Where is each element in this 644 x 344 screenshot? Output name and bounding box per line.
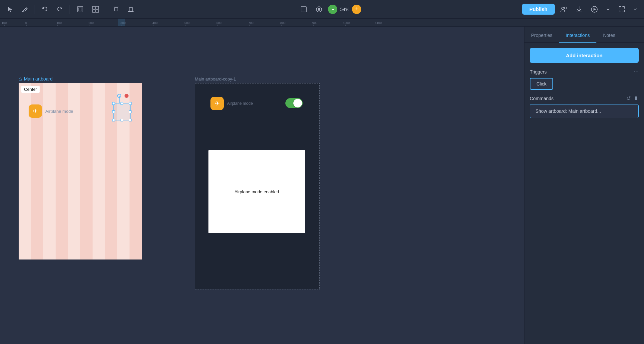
- play-btn[interactable]: [588, 4, 601, 15]
- preview-toggle-btn[interactable]: [297, 4, 310, 15]
- commands-label: Commands: [530, 96, 554, 101]
- fullscreen-dropdown-btn[interactable]: [631, 5, 640, 13]
- handle-tm: [121, 102, 123, 105]
- svg-text:1000: 1000: [343, 21, 350, 25]
- panel-content: Add interaction Triggers ··· Click Comma…: [524, 43, 644, 123]
- right-panel: Properties Interactions Notes Add intera…: [524, 27, 644, 344]
- handle-top-right: [125, 94, 129, 98]
- triggers-label: Triggers: [530, 69, 547, 75]
- svg-text:1100: 1100: [375, 21, 382, 25]
- select-tool-btn[interactable]: [4, 4, 16, 15]
- airplane-mode-text-right: Airplane mode: [227, 101, 253, 106]
- svg-text:600: 600: [216, 21, 221, 25]
- triggers-menu-btn[interactable]: ···: [634, 68, 639, 75]
- handle-tr: [129, 102, 132, 105]
- airplane-row-right: ✈ Airplane mode: [210, 97, 253, 110]
- commands-undo-btn[interactable]: ↺: [626, 95, 631, 101]
- svg-rect-8: [115, 8, 118, 11]
- handle-mr: [129, 110, 132, 113]
- svg-rect-3: [93, 6, 95, 9]
- commands-actions: ↺ ⏸: [626, 95, 639, 101]
- handle-ml: [112, 110, 115, 113]
- canvas[interactable]: ⌂ Main artboard Main artboard-copy-1: [0, 27, 524, 344]
- svg-text:800: 800: [280, 21, 285, 25]
- record-btn[interactable]: [313, 4, 325, 15]
- svg-rect-2: [79, 8, 82, 11]
- toolbar-sep-3: [106, 5, 106, 14]
- align-bottom-btn[interactable]: [125, 4, 137, 15]
- home-icon: ⌂: [19, 76, 22, 82]
- triggers-header: Triggers ···: [530, 68, 639, 75]
- toolbar: − 54% + Publish: [0, 0, 644, 19]
- svg-rect-11: [301, 7, 306, 12]
- frame-btn[interactable]: [74, 4, 87, 15]
- align-top-btn[interactable]: [110, 4, 122, 15]
- airplane-badge-left: ✈: [29, 104, 42, 118]
- svg-rect-4: [96, 6, 99, 9]
- zoom-value: 54%: [340, 7, 349, 12]
- add-interaction-button[interactable]: Add interaction: [530, 48, 639, 63]
- fullscreen-btn[interactable]: [615, 4, 628, 15]
- main-artboard-label: ⌂ Main artboard: [19, 76, 53, 82]
- play-dropdown-btn[interactable]: [603, 5, 613, 13]
- svg-point-0: [26, 8, 27, 9]
- tab-properties[interactable]: Properties: [524, 29, 559, 43]
- copy-artboard-title: Main artboard-copy-1: [195, 77, 236, 82]
- download-btn[interactable]: [573, 4, 585, 15]
- svg-text:0: 0: [25, 21, 27, 25]
- svg-text:900: 900: [312, 21, 317, 25]
- svg-rect-5: [93, 10, 95, 12]
- toggle-knob: [293, 99, 302, 107]
- pen-tool-btn[interactable]: [19, 4, 31, 15]
- redo-btn[interactable]: [54, 4, 66, 15]
- zoom-plus-btn[interactable]: +: [352, 5, 361, 14]
- commands-pause-btn[interactable]: ⏸: [633, 95, 639, 101]
- handle-br: [129, 119, 132, 121]
- svg-rect-45: [118, 19, 125, 26]
- svg-text:-100: -100: [1, 21, 7, 25]
- handle-tl: [112, 102, 115, 105]
- zoom-area: − 54% +: [297, 4, 361, 15]
- main-artboard-title: Main artboard: [24, 76, 53, 82]
- svg-point-13: [318, 8, 320, 11]
- svg-text:400: 400: [153, 21, 158, 25]
- airplane-mode-enabled-text: Airplane mode enabled: [234, 189, 279, 194]
- toggle-switch[interactable]: [285, 98, 303, 108]
- white-card: Airplane mode enabled: [208, 150, 305, 233]
- handle-bm: [121, 119, 123, 121]
- copy-artboard-inner: ✈ Airplane mode Airplane mode enabled: [195, 84, 319, 289]
- copy-artboard[interactable]: ✈ Airplane mode Airplane mode enabled: [195, 83, 320, 289]
- show-artboard-command[interactable]: Show artboard: Main artboard...: [530, 104, 639, 118]
- click-trigger-btn[interactable]: Click: [530, 78, 553, 90]
- triggers-section: Triggers ··· Click: [530, 68, 639, 90]
- airplane-row-left: ✈ Airplane mode: [29, 104, 73, 118]
- svg-rect-10: [129, 8, 133, 11]
- center-label: Center: [21, 86, 40, 93]
- publish-button[interactable]: Publish: [522, 4, 555, 15]
- commands-section: Commands ↺ ⏸ Show artboard: Main artboar…: [530, 95, 639, 118]
- airplane-badge-right: ✈: [210, 97, 224, 110]
- tab-notes[interactable]: Notes: [596, 29, 622, 43]
- svg-point-14: [562, 7, 564, 9]
- panel-tabs: Properties Interactions Notes: [524, 27, 644, 43]
- svg-text:500: 500: [184, 21, 189, 25]
- ruler: -100 0 100 200 300 400 500 600 700 800 9…: [0, 19, 644, 27]
- component-btn[interactable]: [89, 4, 102, 15]
- zoom-minus-btn[interactable]: −: [328, 5, 337, 14]
- handle-bl: [112, 119, 115, 121]
- main-area: ⌂ Main artboard Main artboard-copy-1: [0, 27, 644, 344]
- toolbar-sep-1: [35, 5, 35, 14]
- toolbar-sep-2: [70, 5, 70, 14]
- svg-marker-18: [594, 8, 596, 11]
- ruler-svg: -100 0 100 200 300 400 500 600 700 800 9…: [0, 19, 644, 26]
- handle-line-v: [119, 96, 120, 103]
- undo-btn[interactable]: [39, 4, 51, 15]
- collab-btn[interactable]: [557, 4, 570, 15]
- airplane-mode-text-left: Airplane mode: [45, 109, 73, 114]
- tab-interactions[interactable]: Interactions: [559, 29, 596, 43]
- svg-rect-6: [96, 10, 99, 12]
- svg-text:200: 200: [89, 21, 94, 25]
- svg-rect-1: [78, 7, 83, 12]
- commands-header: Commands ↺ ⏸: [530, 95, 639, 101]
- handle-selection-rect: [113, 103, 131, 120]
